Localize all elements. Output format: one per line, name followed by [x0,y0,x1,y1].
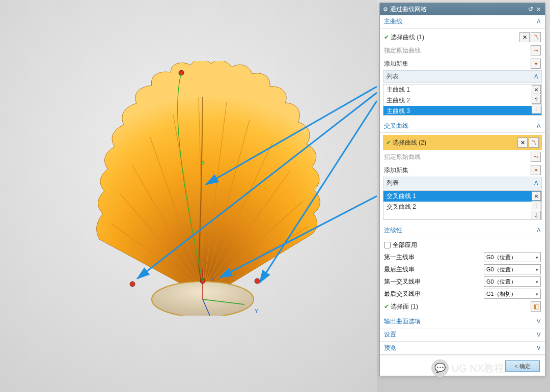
list-item[interactable]: 交叉曲线 1 [383,191,541,202]
chevron-up-icon [537,123,541,129]
svg-point-8 [201,161,204,164]
watermark-text: UG NX教程 [452,361,504,375]
continuity-combo[interactable]: G1（相切） [484,289,541,299]
shell-svg [71,61,336,316]
section-primary-header[interactable]: 主曲线 [380,15,545,29]
chevron-down-icon [537,318,541,325]
shell-surface [97,61,320,295]
cross-select-row[interactable]: ✔选择曲线 (2) ✕ 〽 [383,135,542,150]
primary-select-row[interactable]: ✔选择曲线 (1) ✕ 〽 [383,31,542,44]
list-item[interactable]: 主曲线 2 [383,95,541,106]
primary-list[interactable]: 主曲线 1 主曲线 2 主曲线 3 ✕ ⇧ ⇩ [383,84,542,116]
chevron-down-icon [537,345,541,351]
reset-icon[interactable] [527,3,534,15]
add-set-icon[interactable]: ✦ [531,165,541,175]
section-primary-title: 主曲线 [384,17,402,26]
cross-add-label: 添加新集 [384,166,408,175]
reverse-direction-icon[interactable]: ✕ [517,137,528,148]
select-face-row[interactable]: ✔选择面 (1) [383,300,542,313]
cross-add-row[interactable]: 添加新集 ✦ [383,163,542,177]
axis-x-label: X [211,276,214,283]
delete-icon[interactable]: ✕ [532,191,541,201]
list-item[interactable]: 主曲线 1 [383,85,541,95]
primary-add-row[interactable]: 添加新集 ✦ [383,57,542,70]
continuity-label: 第一交叉线串 [384,277,421,286]
dialog-title: 通过曲线网格 [390,3,427,15]
primary-orig-row: 指定原始曲线 ⤳ [383,44,542,57]
continuity-row-3: 最后交叉线串 G1（相切） [383,288,542,300]
continuity-label: 最后主线串 [384,265,415,274]
continuity-row-0: 第一主线串 G0（位置） [383,251,542,263]
curve-picker-icon[interactable]: 〽 [529,137,539,148]
section-cross-title: 交叉曲线 [384,122,408,130]
shell-model [71,61,336,316]
cross-select-label: 选择曲线 (2) [393,139,426,146]
dialog-titlebar[interactable]: 通过曲线网格 [380,3,545,15]
continuity-label: 最后交叉线串 [384,290,421,298]
watermark: UG NX教程 [431,359,504,377]
reverse-direction-icon[interactable]: ✕ [519,32,530,42]
section-continuity-body: 全部应用 第一主线串 G0（位置） 最后主线串 G0（位置） 第一交叉线串 G0… [380,237,545,315]
primary-select-label: 选择曲线 (1) [391,34,424,41]
section-continuity-title: 连续性 [384,226,402,235]
section-continuity-header[interactable]: 连续性 [380,224,545,237]
continuity-row-2: 第一交叉线串 G0（位置） [383,275,542,288]
chevron-down-icon [537,331,541,338]
cross-orig-row: 指定原始曲线 ⤳ [383,150,542,163]
cross-list-title: 列表 [387,179,399,187]
primary-list-title: 列表 [387,72,399,81]
cross-list-header[interactable]: 列表 [383,177,542,189]
delete-icon[interactable]: ✕ [532,85,541,94]
continuity-combo[interactable]: G0（位置） [484,252,541,262]
move-up-icon[interactable]: ⇧ [532,95,541,104]
chevron-down-icon [536,291,538,297]
gear-icon [383,3,388,15]
chevron-up-icon [534,180,538,186]
section-output-header[interactable]: 输出曲面选项 [380,315,545,328]
svg-point-7 [255,278,260,284]
select-face-label: 选择面 (1) [391,303,418,310]
orig-curve-icon[interactable]: ⤳ [531,152,541,162]
orig-curve-icon[interactable]: ⤳ [531,45,541,55]
primary-list-header[interactable]: 列表 [383,70,542,83]
section-output-title: 输出曲面选项 [384,317,421,326]
move-down-icon[interactable]: ⇩ [532,211,541,220]
apply-all-row[interactable]: 全部应用 [383,239,542,251]
face-icon[interactable] [531,301,541,312]
primary-orig-label: 指定原始曲线 [384,46,421,55]
section-settings-title: 设置 [384,330,396,339]
move-down-icon[interactable]: ⇩ [532,104,541,114]
close-icon[interactable] [535,3,542,15]
ok-button[interactable]: 确定 [505,360,540,372]
chevron-up-icon [537,227,541,234]
apply-all-checkbox[interactable] [384,242,391,248]
section-preview-title: 预览 [384,344,396,352]
chevron-down-icon [536,254,538,260]
primary-add-label: 添加新集 [384,60,408,68]
section-cross-body: ✔选择曲线 (2) ✕ 〽 指定原始曲线 ⤳ 添加新集 ✦ 列表 交叉曲线 1 … [380,133,545,224]
continuity-combo[interactable]: G0（位置） [484,276,541,287]
cross-list[interactable]: 交叉曲线 1 交叉曲线 2 ✕ ⇧ ⇩ [383,190,542,220]
curve-picker-icon[interactable]: 〽 [531,32,541,42]
section-preview-header[interactable]: 预览 [380,342,545,355]
list-item[interactable]: 主曲线 3 [383,106,541,116]
section-cross-header[interactable]: 交叉曲线 [380,120,545,133]
chevron-down-icon [536,278,538,285]
section-settings-header[interactable]: 设置 [380,328,545,342]
continuity-combo[interactable]: G0（位置） [484,264,541,274]
continuity-label: 第一主线串 [384,253,415,262]
cross-orig-label: 指定原始曲线 [384,153,421,161]
apply-all-label: 全部应用 [393,241,417,249]
wechat-icon [431,359,449,377]
chevron-down-icon [536,266,538,272]
list-item[interactable]: 交叉曲线 2 [383,202,541,212]
dialog-through-curve-mesh: 通过曲线网格 主曲线 ✔选择曲线 (1) ✕ 〽 指定原始曲线 ⤳ 添加新集 ✦… [379,3,545,376]
continuity-row-1: 最后主线串 G0（位置） [383,263,542,275]
viewport-3d[interactable]: X Y [0,0,377,392]
chevron-up-icon [534,73,538,80]
move-up-icon[interactable]: ⇧ [532,201,541,210]
add-set-icon[interactable]: ✦ [531,59,541,69]
axis-y-label: Y [255,308,258,314]
svg-point-5 [130,282,135,287]
section-primary-body: ✔选择曲线 (1) ✕ 〽 指定原始曲线 ⤳ 添加新集 ✦ 列表 主曲线 1 主… [380,29,545,120]
